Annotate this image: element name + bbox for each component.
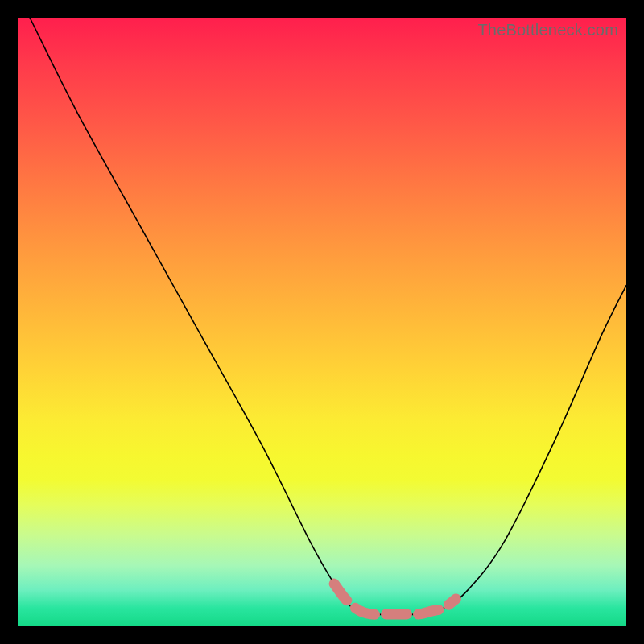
highlight-segment — [334, 584, 456, 614]
chart-plot-area: TheBottleneck.com — [18, 18, 626, 626]
chart-frame: TheBottleneck.com — [0, 0, 644, 644]
bottleneck-curve — [30, 18, 626, 614]
chart-svg — [18, 18, 626, 626]
